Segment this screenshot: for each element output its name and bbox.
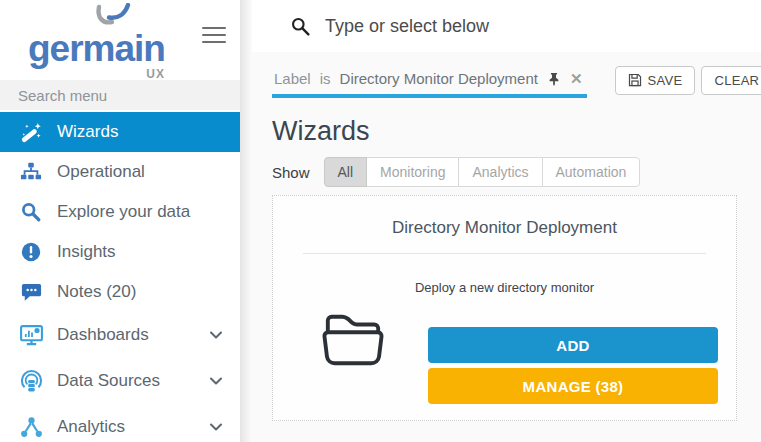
folder-open-icon <box>319 307 387 369</box>
pin-icon[interactable] <box>547 72 561 86</box>
clear-button[interactable]: CLEAR <box>701 66 761 95</box>
tab-all[interactable]: All <box>324 157 368 187</box>
chat-dots-icon <box>18 279 44 305</box>
show-tab-group: AllMonitoringAnalyticsAutomation <box>324 157 641 187</box>
sidebar-item-label: Notes (20) <box>57 282 136 302</box>
filter-buttons: SAVE CLEAR <box>615 66 761 95</box>
search-input[interactable] <box>325 16 761 37</box>
sidebar-item-label: Wizards <box>57 122 118 142</box>
sidebar-item-insights[interactable]: Insights <box>0 232 240 272</box>
sidebar-item-explore-your-data[interactable]: Explore your data <box>0 192 240 232</box>
filter-value: Directory Monitor Deployment <box>340 70 538 87</box>
tab-monitoring[interactable]: Monitoring <box>366 157 459 187</box>
logo-swoosh-icon <box>90 3 136 39</box>
sidebar-search-input[interactable] <box>0 80 240 110</box>
save-icon <box>628 73 642 87</box>
page-title: Wizards <box>272 116 761 147</box>
search-bar <box>252 0 761 52</box>
wizard-card-description: Deploy a new directory monitor <box>273 280 736 295</box>
wizard-card: Directory Monitor Deployment Deploy a ne… <box>272 195 737 421</box>
card-divider <box>303 253 706 254</box>
database-signal-icon <box>18 368 44 394</box>
search-icon <box>290 16 311 37</box>
chevron-down-icon[interactable] <box>208 373 224 389</box>
sidebar-item-analytics[interactable]: Analytics <box>0 404 240 442</box>
magic-wand-icon <box>18 119 44 145</box>
save-button[interactable]: SAVE <box>615 66 696 95</box>
wizard-card-title: Directory Monitor Deployment <box>273 218 736 238</box>
dashboard-monitor-icon <box>18 322 44 348</box>
tab-automation[interactable]: Automation <box>542 157 641 187</box>
wizard-card-buttons: ADDMANAGE (38) <box>428 327 718 404</box>
filter-operator: is <box>320 70 331 87</box>
chevron-down-icon[interactable] <box>208 419 224 435</box>
sidebar-item-label: Operational <box>57 162 145 182</box>
filter-row: Label is Directory Monitor Deployment ✕ <box>272 62 761 98</box>
sidebar-item-operational[interactable]: Operational <box>0 152 240 192</box>
sidebar-item-wizards[interactable]: Wizards <box>0 112 240 152</box>
tab-analytics[interactable]: Analytics <box>458 157 542 187</box>
exclamation-circle-icon <box>18 239 44 265</box>
chevron-down-icon[interactable] <box>208 327 224 343</box>
sidebar-item-data-sources[interactable]: Data Sources <box>0 358 240 404</box>
manage-38-button[interactable]: MANAGE (38) <box>428 368 718 404</box>
sidebar-item-label: Data Sources <box>57 371 160 391</box>
brand-sub: UX <box>146 67 165 81</box>
show-label: Show <box>272 164 310 181</box>
germain-logo: germain UX <box>28 30 165 67</box>
add-button[interactable]: ADD <box>428 327 718 363</box>
main-content: Label is Directory Monitor Deployment ✕ <box>252 0 761 442</box>
sitemap-icon <box>18 159 44 185</box>
sidebar-item-label: Analytics <box>57 417 125 437</box>
sidebar: germain UX WizardsOperationalExplore you… <box>0 0 240 442</box>
show-filter-row: Show AllMonitoringAnalyticsAutomation <box>272 157 761 187</box>
hamburger-menu-icon[interactable] <box>202 22 226 48</box>
sidebar-nav: WizardsOperationalExplore your dataInsig… <box>0 112 240 442</box>
share-nodes-icon <box>18 414 44 440</box>
sidebar-item-notes-20[interactable]: Notes (20) <box>0 272 240 312</box>
sidebar-item-dashboards[interactable]: Dashboards <box>0 312 240 358</box>
filter-field: Label <box>274 70 311 87</box>
filter-chip[interactable]: Label is Directory Monitor Deployment ✕ <box>272 70 587 98</box>
close-icon[interactable]: ✕ <box>570 71 583 86</box>
clear-button-label: CLEAR <box>714 73 759 88</box>
sidebar-scrollbar[interactable] <box>240 0 252 442</box>
save-button-label: SAVE <box>648 73 683 88</box>
sidebar-item-label: Dashboards <box>57 325 149 345</box>
sidebar-item-label: Insights <box>57 242 116 262</box>
sidebar-item-label: Explore your data <box>57 202 190 222</box>
wizard-card-content: ADDMANAGE (38) <box>273 307 736 404</box>
search-icon <box>18 199 44 225</box>
sidebar-header: germain UX <box>0 0 240 80</box>
